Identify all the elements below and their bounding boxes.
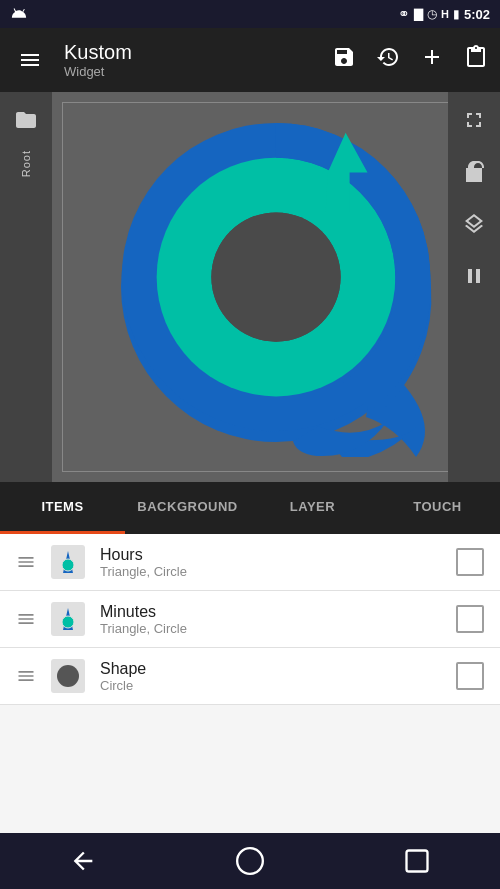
shape-item-icon	[50, 658, 86, 694]
home-button[interactable]	[226, 837, 274, 885]
save-button[interactable]	[332, 45, 356, 75]
back-icon	[69, 847, 97, 875]
right-sidebar	[448, 92, 500, 482]
folder-icon	[14, 108, 38, 132]
list-item-shape[interactable]: Shape Circle	[0, 648, 500, 705]
pause-icon	[462, 264, 486, 288]
tabs-bar: ITEMS BACKGROUND LAYER TOUCH	[0, 482, 500, 534]
home-icon	[236, 847, 264, 875]
svg-rect-19	[406, 851, 427, 872]
layers-button[interactable]	[456, 206, 492, 242]
hours-title: Hours	[100, 546, 442, 564]
hours-icon	[51, 545, 85, 579]
recents-icon	[403, 847, 431, 875]
hours-item-text: Hours Triangle, Circle	[100, 546, 442, 579]
signal-icon: ▇	[414, 7, 423, 21]
main-content: Root	[0, 92, 500, 833]
app-bar-icons	[332, 45, 488, 75]
shape-item-text: Shape Circle	[100, 660, 442, 693]
reorder-icon-2	[16, 609, 36, 629]
minutes-title: Minutes	[100, 603, 442, 621]
svg-point-17	[57, 665, 79, 687]
menu-button[interactable]	[12, 42, 48, 78]
network-icon: H	[441, 8, 449, 20]
items-list: Hours Triangle, Circle Minutes	[0, 534, 500, 833]
minutes-subtitle: Triangle, Circle	[100, 621, 442, 636]
save-icon	[332, 45, 356, 69]
tab-items[interactable]: ITEMS	[0, 482, 125, 534]
minutes-icon	[51, 602, 85, 636]
folder-button[interactable]	[8, 102, 44, 138]
shape-checkbox[interactable]	[456, 662, 484, 690]
tab-touch[interactable]: TOUCH	[375, 482, 500, 534]
lock-open-icon	[462, 160, 486, 184]
status-right-icons: ⚭ ▇ ◷ H ▮ 5:02	[398, 6, 490, 22]
lock-button[interactable]	[456, 154, 492, 190]
list-item-hours[interactable]: Hours Triangle, Circle	[0, 534, 500, 591]
svg-point-18	[237, 848, 263, 874]
clipboard-icon	[464, 45, 488, 69]
shape-icon	[51, 659, 85, 693]
fullscreen-icon	[462, 108, 486, 132]
add-button[interactable]	[420, 45, 444, 75]
clipboard-button[interactable]	[464, 45, 488, 75]
reorder-icon-3	[16, 666, 36, 686]
alarm-icon: ◷	[427, 7, 437, 21]
hours-item-icon	[50, 544, 86, 580]
app-title: Kustom	[64, 41, 316, 64]
minutes-item-text: Minutes Triangle, Circle	[100, 603, 442, 636]
drag-handle-hours[interactable]	[16, 552, 36, 572]
pause-button[interactable]	[456, 258, 492, 294]
layers-icon	[462, 212, 486, 236]
hours-checkbox[interactable]	[456, 548, 484, 576]
reorder-icon	[16, 552, 36, 572]
hours-subtitle: Triangle, Circle	[100, 564, 442, 579]
status-time: 5:02	[464, 7, 490, 22]
shape-title: Shape	[100, 660, 442, 678]
minutes-checkbox[interactable]	[456, 605, 484, 633]
svg-point-12	[62, 559, 74, 571]
shape-subtitle: Circle	[100, 678, 442, 693]
app-subtitle: Widget	[64, 64, 316, 79]
bluetooth-icon: ⚭	[398, 6, 410, 22]
root-label: Root	[20, 150, 32, 177]
battery-icon: ▮	[453, 7, 460, 21]
bottom-nav	[0, 833, 500, 889]
app-bar: Kustom Widget	[0, 28, 500, 92]
minutes-item-icon	[50, 601, 86, 637]
add-icon	[420, 45, 444, 69]
canvas-area: Root	[0, 92, 500, 482]
status-bar: ⚭ ▇ ◷ H ▮ 5:02	[0, 0, 500, 28]
history-button[interactable]	[376, 45, 400, 75]
left-sidebar: Root	[0, 92, 52, 482]
tab-background[interactable]: BACKGROUND	[125, 482, 250, 534]
fullscreen-button[interactable]	[456, 102, 492, 138]
drag-handle-minutes[interactable]	[16, 609, 36, 629]
history-icon	[376, 45, 400, 69]
drag-handle-shape[interactable]	[16, 666, 36, 686]
widget-canvas[interactable]	[62, 102, 490, 472]
app-title-group: Kustom Widget	[64, 41, 316, 79]
recents-button[interactable]	[393, 837, 441, 885]
android-icon	[10, 5, 28, 23]
svg-point-8	[211, 212, 340, 341]
back-button[interactable]	[59, 837, 107, 885]
list-item-minutes[interactable]: Minutes Triangle, Circle	[0, 591, 500, 648]
widget-overlay	[63, 103, 489, 471]
menu-icon	[18, 48, 42, 72]
svg-point-15	[62, 616, 74, 628]
status-left-icons	[10, 5, 28, 23]
tab-layer[interactable]: LAYER	[250, 482, 375, 534]
